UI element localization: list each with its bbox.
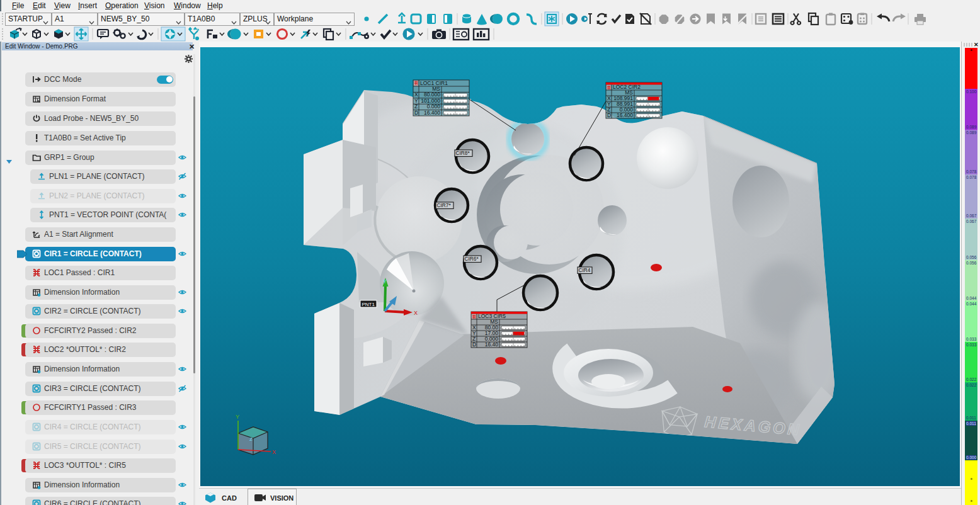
svg-text:PNT1: PNT1 [362,302,375,307]
svg-text:Z: Z [249,436,253,442]
svg-text:16.400: 16.400 [617,112,633,118]
svg-text:CIR8*: CIR8* [456,150,470,156]
svg-text:D: D [607,112,611,118]
svg-text:Y: Y [236,414,239,420]
svg-text:16.400: 16.400 [424,110,440,116]
svg-text:D: D [472,341,476,348]
svg-text:X: X [414,310,418,316]
svg-text:Y: Y [383,278,387,285]
svg-text:16.40: 16.40 [485,341,499,348]
svg-text:CIR6*: CIR6* [465,256,479,262]
svg-text:D: D [414,110,418,116]
svg-text:CIR7*: CIR7* [437,202,452,208]
svg-text:CIR4: CIR4 [579,267,591,273]
svg-text:X: X [272,449,276,455]
